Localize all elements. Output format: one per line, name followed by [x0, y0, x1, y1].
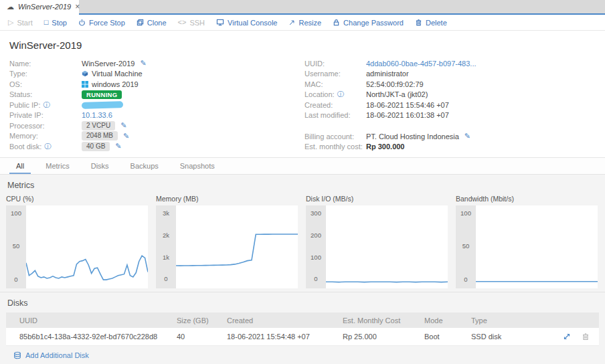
username-row: Username: administrator: [305, 69, 596, 80]
y-axis: 100500: [6, 205, 26, 288]
edit-billing-icon[interactable]: ✎: [464, 132, 470, 140]
chart-title: Disk I/O (MB/s): [306, 195, 448, 203]
edit-processor-icon[interactable]: ✎: [120, 122, 126, 129]
chart-title: Bandwidth (Mbit/s): [456, 195, 598, 203]
memory-chip: 2048 MB: [82, 131, 118, 141]
y-axis: 100500: [456, 205, 476, 288]
boot-disk-row: Boot disk:ⓘ 40 GB ✎: [9, 141, 305, 152]
uuid-row: UUID: 4ddab060-0bae-4d57-b097-483...: [305, 58, 596, 69]
y-axis: 3002001000: [306, 205, 326, 288]
page-title: WinServer-2019: [9, 39, 596, 51]
force-stop-button[interactable]: Force Stop: [78, 19, 125, 27]
virtual-console-button[interactable]: Virtual Console: [216, 19, 277, 27]
chart-title: CPU (%): [6, 195, 148, 203]
name-row: Name: WinServer-2019 ✎: [9, 58, 305, 69]
processor-row: Processor: 2 VCPU ✎: [9, 120, 305, 131]
disk-icon: [13, 351, 21, 359]
resize-icon: [288, 19, 295, 26]
clone-button[interactable]: Clone: [137, 19, 167, 27]
start-button[interactable]: ▷ Start: [8, 19, 33, 27]
code-icon: <>: [178, 19, 187, 26]
vm-toolbar: ▷ Start □ Stop Force Stop Clone <> SSH V…: [0, 15, 605, 31]
detail-tabs: All Metrics Disks Backups Snapshots: [0, 158, 605, 175]
power-icon: [78, 19, 86, 26]
edit-name-icon[interactable]: ✎: [140, 60, 146, 67]
disk-created: 18-06-2021 15:54:48 +07: [227, 333, 343, 341]
last-modified-row: Last modified: 18-06-2021 16:01:38 +07: [305, 110, 596, 121]
stop-icon: □: [44, 19, 49, 26]
info-icon[interactable]: ⓘ: [43, 102, 50, 108]
play-icon: ▷: [8, 19, 13, 26]
metrics-heading: Metrics: [0, 175, 605, 195]
public-ip-row: Public IP:ⓘ: [9, 100, 305, 110]
edit-boot-disk-icon[interactable]: ✎: [115, 143, 121, 150]
add-additional-disk-button[interactable]: Add Additional Disk: [13, 351, 89, 359]
edit-memory-icon[interactable]: ✎: [123, 132, 129, 140]
change-password-button[interactable]: Change Password: [333, 19, 404, 27]
billing-account-row: Billing account: PT. Cloud Hosting Indon…: [305, 131, 596, 142]
trash-icon: [415, 19, 422, 26]
monitor-icon: [216, 19, 224, 26]
boot-disk-chip: 40 GB: [82, 142, 110, 151]
resize-button[interactable]: Resize: [288, 19, 321, 27]
y-axis: 3k2k1k0: [156, 205, 176, 288]
disk-uuid: 85b6b1c4-138a-4332-92ef-bd7670c228d8: [6, 333, 177, 341]
public-ip-redaction: [82, 101, 123, 109]
type-row: Type: Virtual Machine: [9, 69, 305, 80]
os-row: OS: windows 2019: [9, 79, 305, 90]
disk-type: SSD disk: [471, 333, 563, 341]
info-icon[interactable]: ⓘ: [337, 91, 344, 98]
table-header: UUID Size (GB) Created Est. Monthly Cost…: [6, 312, 599, 328]
delete-disk-icon[interactable]: [582, 333, 590, 341]
tab-metrics[interactable]: Metrics: [39, 162, 76, 174]
tab-all[interactable]: All: [9, 162, 31, 174]
plot-area: [326, 205, 448, 288]
disk-io-chart: Disk I/O (MB/s) 3002001000: [306, 195, 448, 288]
memory-row: Memory: 2048 MB ✎: [9, 131, 305, 142]
vm-cube-icon: [82, 70, 88, 77]
clone-icon: [137, 19, 144, 26]
plot-area: [476, 205, 598, 288]
vm-tab-title: WinServer-2019: [18, 3, 71, 11]
tab-strip: ☁ WinServer-2019 ×: [0, 0, 605, 15]
memory-chart: Memory (MB) 3k2k1k0: [156, 195, 298, 288]
expand-icon[interactable]: [563, 333, 571, 341]
info-icon[interactable]: ⓘ: [44, 143, 51, 150]
table-row[interactable]: 85b6b1c4-138a-4332-92ef-bd7670c228d8 40 …: [6, 328, 599, 346]
vm-tab[interactable]: ☁ WinServer-2019 ×: [0, 0, 79, 15]
cpu-chart: CPU (%) 100500: [6, 195, 148, 288]
stop-button[interactable]: □ Stop: [44, 19, 67, 27]
chart-title: Memory (MB): [156, 195, 298, 203]
plot-area: [26, 205, 148, 288]
tab-disks[interactable]: Disks: [84, 162, 116, 174]
close-icon[interactable]: ×: [75, 3, 80, 11]
disk-size: 40: [177, 333, 227, 341]
processor-chip: 2 VCPU: [82, 121, 115, 130]
ssh-button[interactable]: <> SSH: [178, 19, 205, 27]
disks-heading: Disks: [0, 292, 605, 312]
disks-section: Disks UUID Size (GB) Created Est. Monthl…: [0, 292, 605, 364]
windows-icon: [82, 81, 88, 88]
bandwidth-chart: Bandwidth (Mbit/s) 100500: [456, 195, 598, 288]
delete-button[interactable]: Delete: [415, 19, 447, 27]
plot-area: [176, 205, 298, 288]
disk-cost: Rp 25.000: [343, 333, 424, 341]
private-ip-value[interactable]: 10.1.33.6: [82, 111, 112, 119]
est-monthly-cost-row: Est. monthly cost: Rp 300.000: [305, 142, 596, 153]
status-badge: RUNNING: [82, 90, 122, 100]
mac-row: MAC: 52:54:00:f9:02:79: [305, 79, 596, 90]
location-row: Location:ⓘ North/JKT-a (jkt02): [305, 90, 596, 100]
vm-details-panel: WinServer-2019 Name: WinServer-2019 ✎ Ty…: [0, 31, 605, 158]
disks-table: UUID Size (GB) Created Est. Monthly Cost…: [6, 312, 599, 346]
tab-snapshots[interactable]: Snapshots: [173, 162, 222, 174]
lock-icon: [333, 19, 340, 26]
created-row: Created: 18-06-2021 15:54:46 +07: [305, 100, 596, 110]
status-row: Status: RUNNING: [9, 90, 305, 100]
metrics-section: Metrics CPU (%) 100500 Memory (MB) 3k2k1…: [0, 175, 605, 292]
disk-mode: Boot: [424, 333, 471, 341]
uuid-value[interactable]: 4ddab060-0bae-4d57-b097-483...: [366, 60, 477, 68]
cloud-icon: ☁: [7, 3, 14, 11]
private-ip-row: Private IP: 10.1.33.6: [9, 110, 305, 121]
tab-backups[interactable]: Backups: [124, 162, 165, 174]
